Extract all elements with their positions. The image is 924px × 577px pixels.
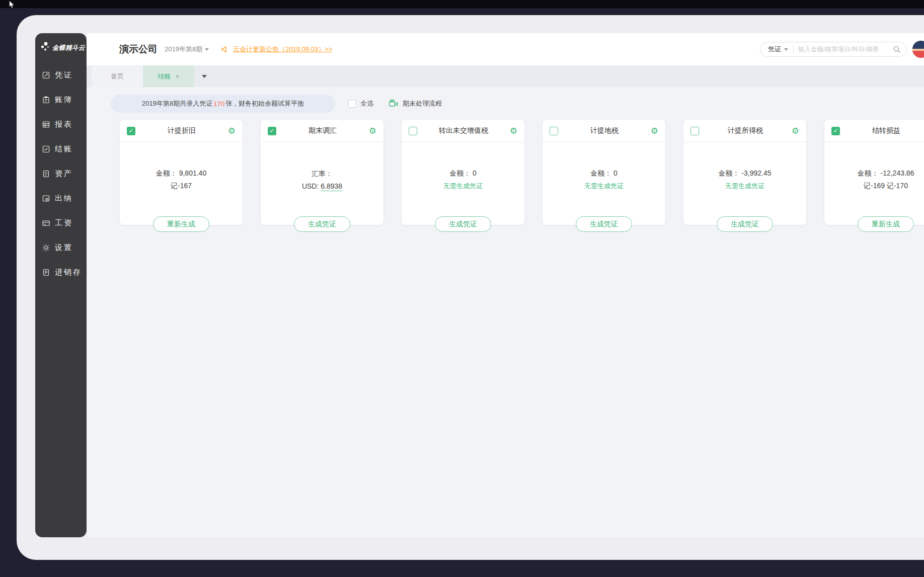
card-header: 期末调汇 ⚙ xyxy=(261,120,383,142)
settings-icon xyxy=(42,243,50,252)
card-checkbox[interactable] xyxy=(550,127,558,135)
tab-home[interactable]: 首页 xyxy=(92,65,143,87)
card-detail-line: 无需生成凭证 xyxy=(443,182,483,191)
closing-card-6: 结转损益 ⚙ 金额： -12,243.86 记-169 记-170 重新生成 xyxy=(824,120,924,225)
summary-suffix: 张，财务初始余额试算平衡 xyxy=(225,99,304,108)
card-action-button[interactable]: 生成凭证 xyxy=(717,216,773,232)
card-checkbox[interactable] xyxy=(831,127,840,135)
user-avatar[interactable] xyxy=(912,40,924,58)
card-detail-line: 无需生成凭证 xyxy=(725,182,764,191)
card-body: 汇率： USD: 6.8938 xyxy=(261,142,383,217)
card-header: 计提地税 ⚙ xyxy=(543,120,665,142)
sidebar-item-ledger[interactable]: 账簿 xyxy=(35,88,87,112)
top-header: 演示公司 2019年第8期 云会计更新公告（2019.09.03）>> 凭证 xyxy=(87,33,924,65)
search-divider xyxy=(793,46,794,53)
sidebar-item-label: 进销存 xyxy=(55,268,82,277)
chevron-down-icon xyxy=(205,48,209,51)
closing-icon xyxy=(42,145,50,153)
tab-dropdown-toggle[interactable] xyxy=(194,65,214,87)
gear-icon[interactable]: ⚙ xyxy=(228,127,236,135)
inventory-icon xyxy=(42,268,50,277)
card-title: 期末调汇 xyxy=(276,126,369,135)
sidebar-item-asset[interactable]: 资产 xyxy=(35,161,87,186)
global-search: 凭证 xyxy=(760,42,907,57)
sidebar-item-closing[interactable]: 结账 xyxy=(35,137,87,161)
card-checkbox[interactable] xyxy=(127,127,135,135)
card-title: 计提所得税 xyxy=(699,126,792,135)
tab-list: 首页 结账 × xyxy=(92,65,194,87)
card-body: 金额： -3,992.45 无需生成凭证 xyxy=(683,142,806,217)
card-action-button[interactable]: 生成凭证 xyxy=(435,216,491,232)
sidebar-item-label: 出纳 xyxy=(55,194,73,203)
card-header: 计提所得税 ⚙ xyxy=(683,120,806,142)
voucher-count: 170 xyxy=(213,100,224,108)
select-all-checkbox[interactable] xyxy=(348,100,356,108)
sidebar-item-report[interactable]: 报表 xyxy=(35,112,87,137)
sidebar-item-label: 账簿 xyxy=(55,95,73,105)
close-icon[interactable]: × xyxy=(175,72,179,80)
gear-icon[interactable]: ⚙ xyxy=(651,127,658,135)
card-header: 结转损益 ⚙ xyxy=(824,120,924,142)
process-flow-link[interactable]: 期末处理流程 xyxy=(389,99,442,109)
process-flow-label: 期末处理流程 xyxy=(403,99,442,108)
logo-text: 金蝶精斗云 xyxy=(52,44,85,52)
closing-card-3: 转出未交增值税 ⚙ 金额： 0 无需生成凭证 生成凭证 xyxy=(402,120,524,225)
period-selector[interactable]: 2019年第8期 xyxy=(165,45,209,54)
sidebar-item-inventory[interactable]: 进销存 xyxy=(35,260,87,285)
tab-closing[interactable]: 结账 × xyxy=(143,65,194,87)
sidebar-item-label: 设置 xyxy=(55,243,73,253)
card-action-button[interactable]: 生成凭证 xyxy=(576,216,632,232)
closing-card-1: 计提折旧 ⚙ 金额： 9,801.40 记-167 重新生成 xyxy=(120,120,243,225)
report-icon xyxy=(42,120,50,129)
chevron-down-icon xyxy=(784,48,788,51)
window-top-strip xyxy=(0,0,924,8)
sidebar-item-settings[interactable]: 设置 xyxy=(35,235,87,260)
sidebar-item-label: 报表 xyxy=(55,120,73,129)
search-icon[interactable] xyxy=(893,45,901,54)
gear-icon[interactable]: ⚙ xyxy=(792,127,799,135)
closing-card-5: 计提所得税 ⚙ 金额： -3,992.45 无需生成凭证 生成凭证 xyxy=(683,120,806,225)
closing-card-2: 期末调汇 ⚙ 汇率： USD: 6.8938 生成凭证 xyxy=(261,120,383,225)
sidebar-item-label: 工资 xyxy=(55,218,73,228)
card-checkbox[interactable] xyxy=(409,127,417,135)
search-input[interactable] xyxy=(798,46,893,53)
select-all-control[interactable]: 全选 xyxy=(348,99,373,108)
salary-icon xyxy=(42,219,50,227)
gear-icon[interactable]: ⚙ xyxy=(369,127,376,135)
cashier-icon xyxy=(42,194,50,203)
sidebar-item-label: 凭证 xyxy=(55,70,73,80)
gear-icon[interactable]: ⚙ xyxy=(510,127,517,135)
app-panel: 金蝶精斗云 凭证 账簿 报表 结账 资产 出纳 工资 设置 进销存 xyxy=(17,15,924,560)
card-action-button[interactable]: 重新生成 xyxy=(858,216,914,232)
card-header: 转出未交增值税 ⚙ xyxy=(402,120,524,142)
card-amount-line: 金额： 9,801.40 xyxy=(156,169,206,178)
card-title: 计提地税 xyxy=(558,126,651,135)
card-amount-line: 金额： 0 xyxy=(590,169,618,178)
search-category-selector[interactable]: 凭证 xyxy=(768,45,788,54)
card-action-button[interactable]: 重新生成 xyxy=(153,216,209,232)
period-summary: 2019年第8期共录入凭证 170 张，财务初始余额试算平衡 xyxy=(111,95,335,113)
announcement-link[interactable]: 云会计更新公告（2019.09.03）>> xyxy=(233,45,332,54)
card-amount-line: 汇率： xyxy=(312,170,333,179)
card-detail-line[interactable]: 记-169 记-170 xyxy=(864,182,908,191)
sidebar-menu: 凭证 账簿 报表 结账 资产 出纳 工资 设置 进销存 xyxy=(35,63,87,285)
card-checkbox[interactable] xyxy=(690,127,699,135)
sidebar-item-voucher[interactable]: 凭证 xyxy=(35,63,87,88)
sidebar-item-salary[interactable]: 工资 xyxy=(35,211,87,235)
card-amount-line: 金额： -12,243.86 xyxy=(858,169,914,178)
logo-dots-icon xyxy=(40,41,51,55)
card-detail-line[interactable]: USD: 6.8938 xyxy=(302,182,342,190)
card-checkbox[interactable] xyxy=(268,127,276,135)
card-body: 金额： 0 无需生成凭证 xyxy=(402,142,524,217)
sidebar-item-cashier[interactable]: 出纳 xyxy=(35,186,87,211)
card-detail-line[interactable]: 记-167 xyxy=(171,182,192,191)
card-body: 金额： 9,801.40 记-167 xyxy=(120,142,243,217)
sidebar-item-label: 资产 xyxy=(55,169,73,179)
card-body: 金额： 0 无需生成凭证 xyxy=(543,142,665,217)
tab-label: 结账 xyxy=(158,72,171,81)
closing-page: 2019年第8期共录入凭证 170 张，财务初始余额试算平衡 全选 xyxy=(87,87,924,225)
card-title: 转出未交增值税 xyxy=(417,126,510,135)
card-action-button[interactable]: 生成凭证 xyxy=(294,216,350,232)
card-amount-line: 金额： 0 xyxy=(449,169,477,178)
info-bar: 2019年第8期共录入凭证 170 张，财务初始余额试算平衡 全选 xyxy=(111,95,924,113)
